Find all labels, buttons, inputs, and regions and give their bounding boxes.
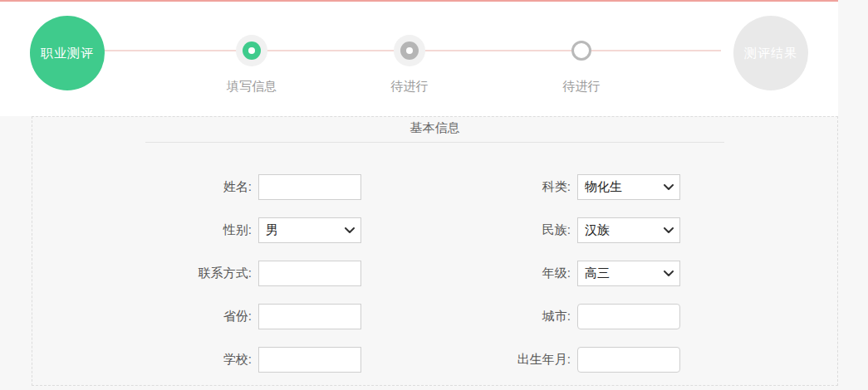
- subject-select[interactable]: 物化生: [577, 174, 680, 200]
- province-label: 省份:: [145, 309, 258, 324]
- field-row-province: 省份:: [145, 304, 361, 329]
- grade-select-value: 高三: [585, 266, 610, 281]
- step-label-fill-info: 填写信息: [202, 79, 302, 95]
- chevron-down-icon: [664, 227, 674, 234]
- field-row-contact: 联系方式:: [145, 261, 361, 286]
- step-ring-pending-2: [571, 41, 591, 61]
- province-input[interactable]: [258, 304, 361, 329]
- contact-input[interactable]: [258, 261, 361, 286]
- grade-select[interactable]: 高三: [577, 261, 680, 286]
- gender-select-value: 男: [266, 222, 278, 238]
- field-row-city: 城市:: [479, 304, 680, 329]
- contact-label: 联系方式:: [145, 266, 258, 281]
- basic-info-panel: 基本信息 姓名: 性别: 男 联系方式: 省份: 学校:: [32, 116, 838, 386]
- grade-label: 年级:: [479, 266, 577, 281]
- birth-label: 出生年月:: [479, 352, 577, 368]
- field-row-subject: 科类: 物化生: [479, 174, 680, 200]
- city-input[interactable]: [577, 304, 680, 329]
- field-row-name: 姓名:: [145, 174, 361, 200]
- stepper-header: 职业测评 填写信息 待进行 待进行 测评结果: [0, 0, 838, 116]
- field-row-grade: 年级: 高三: [479, 261, 680, 286]
- birth-input[interactable]: [577, 347, 680, 373]
- step-label-pending-1: 待进行: [360, 79, 459, 95]
- school-label: 学校:: [145, 352, 258, 368]
- milestone-end-label: 测评结果: [744, 46, 797, 61]
- field-row-ethnicity: 民族: 汉族: [479, 217, 680, 243]
- gender-select[interactable]: 男: [258, 217, 361, 243]
- panel-title: 基本信息: [32, 117, 837, 136]
- field-row-birth: 出生年月:: [479, 347, 680, 373]
- gender-label: 性别:: [145, 222, 258, 238]
- name-label: 姓名:: [145, 179, 258, 195]
- chevron-down-icon: [664, 184, 674, 191]
- form-column-right: 科类: 物化生 民族: 汉族 年级: 高三: [479, 174, 680, 390]
- field-row-gender: 性别: 男: [145, 217, 361, 243]
- milestone-career-assessment: 职业测评: [30, 16, 105, 90]
- school-input[interactable]: [258, 347, 361, 373]
- ethnicity-label: 民族:: [479, 222, 577, 238]
- ethnicity-select[interactable]: 汉族: [577, 217, 680, 243]
- step-dot-fill-info: [243, 41, 261, 60]
- subject-select-value: 物化生: [585, 179, 622, 195]
- city-label: 城市:: [479, 309, 577, 324]
- step-dot-pending-1: [400, 41, 419, 60]
- title-divider: [145, 142, 724, 143]
- chevron-down-icon: [345, 227, 355, 234]
- name-input[interactable]: [258, 174, 361, 200]
- step-label-pending-2: 待进行: [532, 79, 631, 95]
- milestone-start-label: 职业测评: [41, 46, 94, 61]
- chevron-down-icon: [664, 271, 674, 277]
- form-column-left: 姓名: 性别: 男 联系方式: 省份: 学校:: [145, 174, 361, 390]
- field-row-school: 学校:: [145, 347, 361, 373]
- milestone-assessment-result: 测评结果: [733, 16, 808, 90]
- ethnicity-select-value: 汉族: [585, 222, 610, 238]
- subject-label: 科类:: [479, 179, 577, 195]
